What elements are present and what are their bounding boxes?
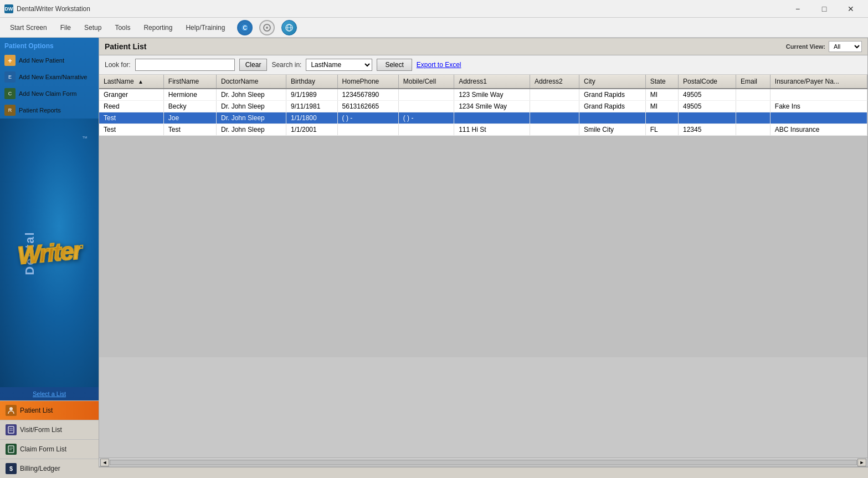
close-button[interactable]: ✕: [838, 0, 864, 18]
col-insurance[interactable]: Insurance/Payer Na...: [770, 75, 867, 89]
add-patient-icon: +: [4, 55, 16, 66]
bottom-nav: Patient List Visit/Form List Claim Form …: [0, 400, 99, 478]
cell-homephone: 5613162665: [337, 101, 398, 112]
maximize-button[interactable]: □: [811, 0, 837, 18]
cell-address2: [530, 112, 579, 124]
col-homephone[interactable]: HomePhone: [337, 75, 398, 89]
select-list-label[interactable]: Select a List: [0, 387, 99, 400]
col-mobilecell[interactable]: Mobile/Cell: [398, 75, 454, 89]
cell-city: Grand Rapids: [579, 89, 645, 101]
cell-state: FL: [645, 124, 678, 136]
cell-address1: [454, 112, 530, 124]
cell-state: MI: [645, 101, 678, 112]
cell-city: Smile City: [579, 124, 645, 136]
nav-patient-list[interactable]: Patient List: [0, 400, 99, 420]
col-postalcode[interactable]: PostalCode: [678, 75, 736, 89]
current-view-area: Current View: All: [786, 41, 862, 52]
export-to-excel-link[interactable]: Export to Excel: [417, 61, 461, 69]
table-row-selected[interactable]: Test Joe Dr. John Sleep 1/1/1800 ( ) - (…: [99, 112, 867, 124]
cell-mobilecell: [398, 101, 454, 112]
svg-point-13: [9, 407, 13, 410]
main-layout: Patient Options + Add New Patient E Add …: [0, 38, 868, 478]
menu-help[interactable]: Help/Training: [180, 22, 230, 34]
cell-mobilecell: [398, 89, 454, 101]
clear-button[interactable]: Clear: [239, 59, 268, 71]
scroll-left-arrow[interactable]: ◄: [100, 459, 109, 466]
claim-list-icon: [6, 444, 17, 455]
cell-address1: 111 Hi St: [454, 124, 530, 136]
horizontal-scrollbar[interactable]: ◄ ►: [99, 458, 867, 466]
visit-list-icon: [6, 424, 17, 435]
cell-homephone: ( ) -: [337, 112, 398, 124]
col-address2[interactable]: Address2: [530, 75, 579, 89]
cell-insurance: [770, 112, 867, 124]
scroll-right-arrow[interactable]: ►: [857, 459, 866, 466]
svg-text:E: E: [8, 74, 12, 80]
support-icon[interactable]: C: [237, 20, 253, 35]
col-firstname[interactable]: FirstName: [163, 75, 216, 89]
add-claim-action[interactable]: C Add New Claim Form: [0, 85, 99, 102]
status-icon[interactable]: [259, 20, 275, 35]
current-view-select[interactable]: All: [829, 41, 862, 52]
cell-address2: [530, 89, 579, 101]
menu-file[interactable]: File: [55, 22, 76, 34]
cell-homephone: 1234567890: [337, 89, 398, 101]
patient-reports-action[interactable]: R Patient Reports: [0, 102, 99, 119]
col-email[interactable]: Email: [736, 75, 770, 89]
cell-postalcode: 12345: [678, 124, 736, 136]
menu-reporting[interactable]: Reporting: [138, 22, 178, 34]
title-bar-left: DW DentalWriter Workstation: [4, 4, 90, 13]
select-button[interactable]: Select: [377, 59, 412, 71]
cell-address1: 1234 Smile Way: [454, 101, 530, 112]
cell-mobilecell: [398, 124, 454, 136]
minimize-button[interactable]: −: [785, 0, 810, 18]
col-lastname[interactable]: LastName ▲: [99, 75, 163, 89]
search-bar: Look for: Clear Search in: LastName Firs…: [99, 55, 867, 75]
table-row[interactable]: Granger Hermione Dr. John Sleep 9/1/1989…: [99, 89, 867, 101]
patient-table-wrap[interactable]: LastName ▲ FirstName DoctorName Birthday…: [99, 75, 867, 458]
cell-lastname: Test: [99, 112, 163, 124]
add-patient-action[interactable]: + Add New Patient: [0, 52, 99, 69]
patient-list-nav-label: Patient List: [20, 407, 53, 414]
cell-email: [736, 101, 770, 112]
cell-insurance: ABC Insurance: [770, 124, 867, 136]
current-view-label: Current View:: [786, 43, 825, 50]
cell-lastname: Test: [99, 124, 163, 136]
col-birthday[interactable]: Birthday: [286, 75, 337, 89]
table-empty-area: [99, 136, 867, 357]
cell-birthday: 9/11/1981: [286, 101, 337, 112]
table-row[interactable]: Test Test Dr. John Sleep 1/1/2001 111 Hi…: [99, 124, 867, 136]
cell-address2: [530, 124, 579, 136]
menu-start-screen[interactable]: Start Screen: [4, 22, 53, 34]
logo-area: Dental Writer ™: [0, 119, 99, 387]
menu-tools[interactable]: Tools: [109, 22, 136, 34]
cell-birthday: 9/1/1989: [286, 89, 337, 101]
add-claim-label: Add New Claim Form: [19, 90, 77, 97]
cell-address1: 123 Smile Way: [454, 89, 530, 101]
content-area: Patient List Current View: All Look for:…: [99, 38, 868, 478]
col-doctorname[interactable]: DoctorName: [217, 75, 286, 89]
writer-logo: Writer: [17, 237, 82, 270]
svg-rect-14: [8, 426, 14, 433]
col-address1[interactable]: Address1: [454, 75, 530, 89]
look-for-input[interactable]: [135, 59, 235, 71]
globe-icon[interactable]: [281, 20, 297, 35]
nav-billing-ledger[interactable]: $ Billing/Ledger: [0, 459, 99, 478]
search-in-select[interactable]: LastName FirstName Birthday HomePhone: [306, 59, 372, 71]
menu-setup[interactable]: Setup: [79, 22, 107, 34]
nav-claim-form-list[interactable]: Claim Form List: [0, 439, 99, 459]
col-city[interactable]: City: [579, 75, 645, 89]
cell-doctorname: Dr. John Sleep: [217, 89, 286, 101]
current-view-dropdown-wrapper[interactable]: All: [829, 41, 862, 52]
cell-birthday: 1/1/2001: [286, 124, 337, 136]
svg-text:R: R: [8, 107, 12, 113]
cell-city: [579, 112, 645, 124]
scroll-track[interactable]: [110, 460, 857, 465]
table-row[interactable]: Reed Becky Dr. John Sleep 9/11/1981 5613…: [99, 101, 867, 112]
cell-address2: [530, 101, 579, 112]
visit-list-nav-label: Visit/Form List: [20, 426, 62, 434]
col-state[interactable]: State: [645, 75, 678, 89]
cell-firstname: Joe: [163, 112, 216, 124]
add-exam-action[interactable]: E Add New Exam/Narrative: [0, 69, 99, 85]
nav-visit-form-list[interactable]: Visit/Form List: [0, 420, 99, 439]
